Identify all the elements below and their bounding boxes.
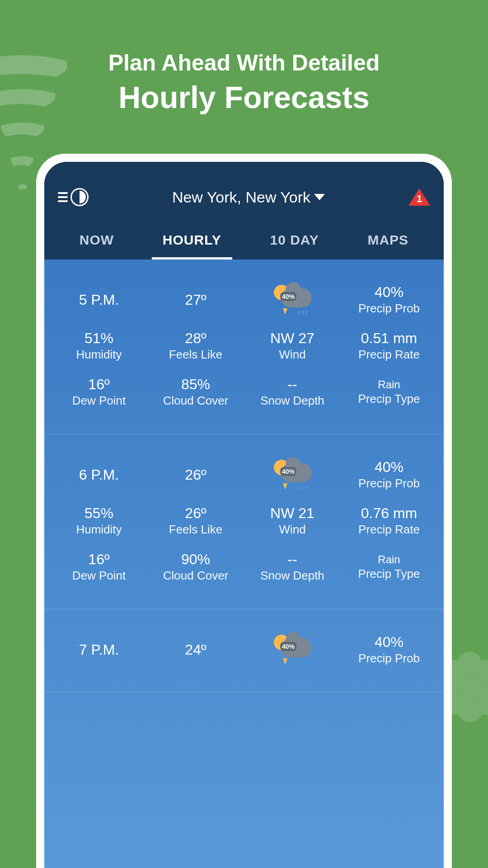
hamburger-icon xyxy=(58,192,68,202)
snow-depth-value: -- xyxy=(287,551,297,568)
tab-maps[interactable]: MAPS xyxy=(360,232,416,259)
wind-value: NW 27 xyxy=(270,330,314,347)
weatherbug-logo-icon xyxy=(70,188,89,206)
humidity-value: 55% xyxy=(84,505,113,522)
hour-temp: 24º xyxy=(147,642,244,658)
location-name: New York, New York xyxy=(172,189,310,206)
tab-now[interactable]: NOW xyxy=(72,232,121,259)
feels-like-value: 26º xyxy=(185,505,206,522)
precip-type-value: Rain xyxy=(378,378,400,391)
wind-label: Wind xyxy=(279,348,305,362)
dew-point-value: 16º xyxy=(88,551,109,568)
humidity-label: Humidity xyxy=(76,523,122,537)
thunderstorm-icon: 40% xyxy=(272,459,313,491)
precip-type-value: Rain xyxy=(378,553,400,566)
snow-depth-label: Snow Depth xyxy=(260,394,324,408)
menu-button[interactable] xyxy=(58,188,89,206)
tabs: NOW HOURLY 10 DAY MAPS xyxy=(55,219,433,259)
snow-depth-value: -- xyxy=(287,376,297,393)
dew-point-value: 16º xyxy=(88,376,109,393)
hourly-forecast-list[interactable]: 5 P.M. 27º 40% 40% Precip Prob xyxy=(44,259,444,868)
feels-like-label: Feels Like xyxy=(169,523,223,537)
humidity-label: Humidity xyxy=(76,348,122,362)
phone-screen: New York, New York 1 NOW HOURLY 10 DAY M… xyxy=(44,162,444,868)
wind-value: NW 21 xyxy=(270,505,314,522)
precip-rate-label: Precip Rate xyxy=(358,348,420,362)
thunderstorm-icon: 40% xyxy=(272,634,313,665)
precip-rate-value: 0.76 mm xyxy=(361,505,417,522)
precip-prob-label: Precip Prob xyxy=(358,476,420,491)
phone-frame: New York, New York 1 NOW HOURLY 10 DAY M… xyxy=(36,154,452,868)
cloud-cover-value: 90% xyxy=(181,551,210,568)
thunderstorm-icon: 40% xyxy=(272,284,313,316)
hour-time: 6 P.M. xyxy=(51,467,147,483)
dew-point-label: Dew Point xyxy=(72,569,126,583)
precip-prob-value: 40% xyxy=(375,634,404,651)
feels-like-label: Feels Like xyxy=(169,348,223,362)
hourly-block[interactable]: 7 P.M. 24º 40% 40% Precip Prob xyxy=(44,609,444,692)
wind-label: Wind xyxy=(279,523,305,537)
cloud-cover-value: 85% xyxy=(181,376,210,393)
dew-point-label: Dew Point xyxy=(72,394,126,408)
feels-like-value: 28º xyxy=(185,330,206,347)
precip-prob-value: 40% xyxy=(375,459,404,476)
hour-temp: 26º xyxy=(147,467,244,483)
location-selector[interactable]: New York, New York xyxy=(172,189,325,206)
hour-time: 5 P.M. xyxy=(51,292,147,308)
cloud-cover-label: Cloud Cover xyxy=(163,569,229,583)
snow-depth-label: Snow Depth xyxy=(260,569,324,583)
precip-type-label: Precip Type xyxy=(358,392,420,406)
precip-prob-label: Precip Prob xyxy=(358,651,420,665)
chevron-down-icon xyxy=(314,194,325,200)
alert-badge[interactable]: 1 xyxy=(408,189,430,206)
hour-temp: 27º xyxy=(147,292,244,308)
precip-prob-value: 40% xyxy=(375,284,404,301)
hour-time: 7 P.M. xyxy=(51,642,147,658)
hourly-block[interactable]: 6 P.M. 26º 40% 40% Precip Prob xyxy=(44,434,444,609)
precip-prob-label: Precip Prob xyxy=(358,302,420,316)
precip-rate-label: Precip Rate xyxy=(358,523,420,537)
tab-hourly[interactable]: HOURLY xyxy=(155,232,229,259)
app-header: New York, New York 1 NOW HOURLY 10 DAY M… xyxy=(44,162,444,259)
precip-rate-value: 0.51 mm xyxy=(361,330,417,347)
cloud-cover-label: Cloud Cover xyxy=(163,394,229,408)
hourly-block[interactable]: 5 P.M. 27º 40% 40% Precip Prob xyxy=(44,259,444,434)
alert-count: 1 xyxy=(417,193,422,205)
precip-type-label: Precip Type xyxy=(358,567,420,581)
humidity-value: 51% xyxy=(84,330,113,347)
tab-10day[interactable]: 10 DAY xyxy=(263,232,326,259)
